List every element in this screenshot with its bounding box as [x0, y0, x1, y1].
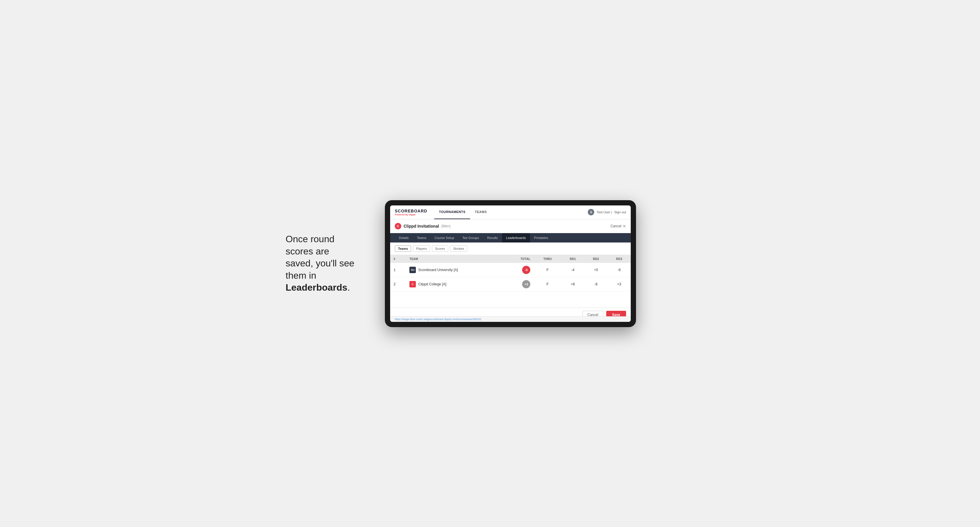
logo-title: SCOREBOARD — [395, 209, 427, 213]
tab-course-setup[interactable]: Course Setup — [430, 233, 458, 243]
logo-subtitle: Powered by clippd — [395, 213, 427, 216]
filter-players[interactable]: Players — [413, 245, 430, 252]
tournament-header: C Clippd Invitational (Men) Cancel ✕ — [390, 219, 631, 233]
col-rd3: RD3 — [608, 255, 631, 263]
rank-1: 1 — [390, 263, 406, 277]
nav-links: TOURNAMENTS TEAMS — [434, 205, 588, 219]
tab-teams[interactable]: Teams — [413, 233, 430, 243]
rd2-2: -8 — [584, 277, 608, 291]
rd3-1: -6 — [608, 263, 631, 277]
table-body: 1 SU Scoreboard University [A] -5 F — [390, 263, 631, 292]
logo-subtitle-prefix: Powered by — [395, 213, 409, 216]
nav-bar: SCOREBOARD Powered by clippd TOURNAMENTS… — [390, 205, 631, 219]
col-rank: # — [390, 255, 406, 263]
leaderboard-table: # TEAM TOTAL THRU RD1 RD2 RD3 1 — [390, 255, 631, 292]
team-info-1: SU Scoreboard University [A] — [409, 267, 501, 273]
leaderboard-table-container: # TEAM TOTAL THRU RD1 RD2 RD3 1 — [390, 255, 631, 308]
table-row: 2 C Clippd College [A] +3 F — [390, 277, 631, 291]
left-description: Once round scores are saved, you'll see … — [286, 233, 368, 294]
tournament-logo: C — [395, 223, 401, 229]
filter-teams[interactable]: Teams — [395, 245, 411, 252]
total-cell-1: -5 — [504, 263, 534, 277]
col-rd2: RD2 — [584, 255, 608, 263]
logo-area: SCOREBOARD Powered by clippd — [395, 209, 427, 216]
score-badge-1: -5 — [522, 266, 530, 274]
team-logo-1: SU — [409, 267, 416, 273]
tab-details[interactable]: Details — [395, 233, 413, 243]
tournament-gender: (Men) — [441, 224, 450, 228]
tablet-screen: SCOREBOARD Powered by clippd TOURNAMENTS… — [390, 205, 631, 322]
desc-line4: them in — [286, 270, 316, 281]
col-total: TOTAL — [504, 255, 534, 263]
thru-2: F — [534, 277, 561, 291]
team-logo-2: C — [409, 281, 416, 287]
user-name: Test User | — [597, 210, 612, 214]
team-cell-2: C Clippd College [A] — [406, 277, 504, 291]
desc-period: . — [347, 282, 350, 293]
cancel-x-icon: ✕ — [622, 224, 626, 229]
user-avatar: S — [588, 209, 594, 215]
team-name-2: Clippd College [A] — [418, 282, 446, 286]
rank-2: 2 — [390, 277, 406, 291]
tournament-cancel-btn[interactable]: Cancel ✕ — [611, 224, 626, 229]
nav-tournaments[interactable]: TOURNAMENTS — [434, 205, 470, 219]
nav-right: S Test User | Sign out — [588, 209, 626, 215]
sub-filters: Teams Players Scores Strokes — [390, 243, 631, 255]
nav-teams[interactable]: TEAMS — [470, 205, 492, 219]
col-thru: THRU — [534, 255, 561, 263]
rd1-1: -4 — [561, 263, 584, 277]
score-badge-2: +3 — [522, 280, 530, 288]
team-info-2: C Clippd College [A] — [409, 281, 501, 287]
desc-line3: saved, you'll see — [286, 258, 355, 268]
tab-printables[interactable]: Printables — [530, 233, 552, 243]
col-team: TEAM — [406, 255, 504, 263]
tab-tee-groups[interactable]: Tee Groups — [458, 233, 483, 243]
cancel-label: Cancel — [611, 224, 621, 228]
thru-1: F — [534, 263, 561, 277]
team-name-1: Scoreboard University [A] — [418, 268, 458, 272]
tournament-name: Clippd Invitational — [404, 224, 439, 229]
logo-brand: clippd — [409, 213, 415, 216]
rd3-2: +3 — [608, 277, 631, 291]
desc-line5-bold: Leaderboards — [286, 282, 347, 293]
page-container: Once round scores are saved, you'll see … — [286, 200, 694, 327]
filter-scores[interactable]: Scores — [432, 245, 448, 252]
filter-strokes[interactable]: Strokes — [450, 245, 467, 252]
tab-nav: Details Teams Course Setup Tee Groups Re… — [390, 233, 631, 243]
total-cell-2: +3 — [504, 277, 534, 291]
rd2-1: +5 — [584, 263, 608, 277]
team-cell-1: SU Scoreboard University [A] — [406, 263, 504, 277]
tablet-device: SCOREBOARD Powered by clippd TOURNAMENTS… — [385, 200, 636, 327]
sign-out-link[interactable]: Sign out — [614, 210, 626, 214]
tab-results[interactable]: Results — [483, 233, 502, 243]
url-bar: https://stage-blue-coach.stagescoreboard… — [390, 316, 631, 322]
tab-leaderboards[interactable]: Leaderboards — [502, 233, 530, 243]
table-header: # TEAM TOTAL THRU RD1 RD2 RD3 — [390, 255, 631, 263]
desc-line2: scores are — [286, 246, 329, 257]
tournament-info: C Clippd Invitational (Men) — [395, 223, 450, 229]
table-row: 1 SU Scoreboard University [A] -5 F — [390, 263, 631, 277]
col-rd1: RD1 — [561, 255, 584, 263]
desc-line1: Once round — [286, 234, 334, 244]
rd1-2: +8 — [561, 277, 584, 291]
